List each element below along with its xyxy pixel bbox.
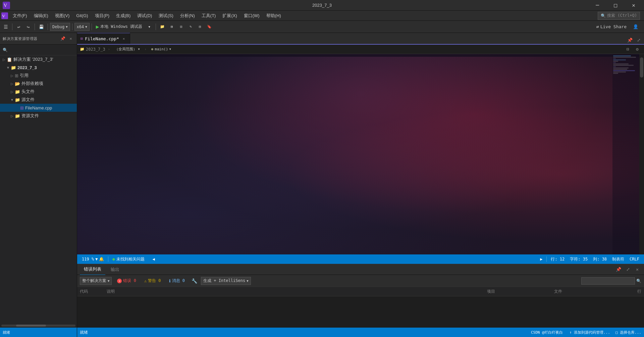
breadcrumb-function-dropdown[interactable]: ⊛ main() ▼ (149, 46, 173, 53)
sidebar-item-source-files[interactable]: ▼ 📁 源文件 (0, 96, 77, 104)
menu-item-extensions[interactable]: 扩展(X) (219, 11, 240, 20)
build-intellisense-label: 生成 + IntelliSens (203, 278, 245, 284)
sidebar-close-btn[interactable]: ✕ (67, 35, 74, 42)
panel-tab-output[interactable]: 输出 (107, 264, 123, 275)
status-scroll-right[interactable]: ▶ (538, 254, 544, 264)
status-tab-display[interactable]: 制表符 (610, 254, 626, 264)
code-lines-container[interactable] (94, 54, 644, 57)
panel-pin-btn[interactable]: 📌 (614, 266, 623, 274)
toolbar-undo-btn[interactable]: ↩ (14, 22, 23, 31)
close-button[interactable]: ✕ (626, 0, 641, 11)
sidebar-item-project[interactable]: ▼ 📁 2023_7_3 (0, 63, 77, 71)
search-box[interactable]: 🔍 搜索 (Ctrl+Q) (598, 12, 640, 20)
menu-item-help[interactable]: 帮助(H) (263, 11, 284, 20)
sidebar-search-input[interactable] (9, 48, 74, 52)
menu-item-build[interactable]: 生成(B) (113, 11, 134, 20)
run-button[interactable]: ▶ 本地 Windows 调试器 (94, 23, 145, 31)
error-badge[interactable]: ✕ 错误 0 (114, 277, 139, 284)
menu-item-window[interactable]: 窗口(W) (240, 11, 263, 20)
toolbar-save-btn[interactable]: 💾 (37, 22, 46, 31)
panel-close-btn[interactable]: ✕ (633, 266, 641, 274)
info-badge[interactable]: ℹ 消息 0 (166, 277, 187, 284)
status-col[interactable]: 列: 38 (591, 254, 609, 264)
tab-close-btn[interactable]: × (121, 36, 126, 41)
error-search-input[interactable] (581, 277, 635, 285)
menu-item-analyze[interactable]: 分析(N) (177, 11, 198, 20)
editor-tab-filename[interactable]: ⊞ FileName.cpp* × (77, 33, 130, 44)
warning-badge[interactable]: ⚠ 警告 0 (142, 277, 164, 284)
sidebar-pin-btn[interactable]: 📌 (59, 35, 66, 42)
debug-config-dropdown[interactable]: Debug ▼ (50, 23, 70, 31)
col-header-file: 文件 (554, 289, 621, 294)
resource-files-label: 资源文件 (21, 113, 39, 119)
toolbar-new-btn[interactable]: ☰ (1, 22, 10, 31)
status-line-ending[interactable]: CRLF (628, 254, 641, 264)
toolbar-btn-extra4[interactable]: ✎ (186, 22, 195, 31)
toolbar-sep-1 (12, 23, 12, 30)
menu-item-project[interactable]: 项目(P) (92, 11, 113, 20)
error-count-label: 错误 0 (123, 278, 136, 284)
scope-filter-dropdown[interactable]: 整个解决方案 ▼ (80, 277, 112, 285)
toolbar-btn-extra5[interactable]: ⊟ (196, 22, 204, 31)
status-char[interactable]: 字符: 35 (568, 254, 590, 264)
sidebar: 解决方案资源管理器 📌 ✕ 🔍 ▷ 📋 解决方案 '2023_7_3' ▼ 📁 … (0, 33, 77, 337)
run-dropdown-btn[interactable]: ▼ (145, 22, 154, 31)
toolbar-btn-extra6[interactable]: 🔖 (205, 22, 214, 31)
sidebar-search-icon: 🔍 (3, 48, 8, 52)
toolbar-redo-btn[interactable]: ↪ (24, 22, 33, 31)
live-share-label: Live Share (600, 24, 627, 29)
toolbar-btn-extra3[interactable]: ⊡ (177, 22, 185, 31)
build-intellisense-dropdown[interactable]: 生成 + IntelliSens ▼ (201, 277, 251, 285)
sidebar-item-solution[interactable]: ▷ 📋 解决方案 '2023_7_3' (0, 55, 77, 63)
references-expand-icon: ▷ (9, 74, 15, 78)
run-play-icon: ▶ (96, 23, 99, 30)
project-expand-icon: ▼ (5, 66, 11, 69)
sidebar-item-references[interactable]: ▷ ⊞ 引用 (0, 71, 77, 80)
editor-area: ⊞ FileName.cpp* × 📌 ⤢ 📁 2023_7_3 › （全局范围… (77, 33, 644, 264)
source-files-label: 源文件 (21, 97, 35, 103)
editor-settings-icon[interactable]: ⚙ (633, 45, 641, 53)
sidebar-item-filename[interactable]: ⊞ FileName.cpp (0, 104, 77, 112)
status-scroll-left[interactable]: ◀ (151, 254, 157, 264)
sidebar-scrollbar[interactable] (0, 324, 77, 328)
title-bar-center: 2023_7_3 (312, 3, 332, 8)
menu-item-debug[interactable]: 调试(D) (134, 11, 155, 20)
filter-extra-icon[interactable]: 🔧 (190, 277, 198, 285)
menu-item-git[interactable]: Git(G) (73, 12, 91, 19)
breadcrumb-arrow-2: › (145, 47, 147, 51)
toolbar-btn-extra2[interactable]: ⊞ (167, 22, 176, 31)
breadcrumb-project[interactable]: 2023_7_3 (86, 47, 105, 52)
platform-dropdown[interactable]: x64 ▼ (74, 23, 90, 31)
editor-split-icon[interactable]: ⊟ (624, 45, 632, 53)
panel-expand-btn[interactable]: ⤢ (624, 266, 632, 274)
live-share-icon: ⇄ (596, 24, 599, 29)
editor-scrollbar[interactable] (639, 54, 644, 254)
select-repo-btn[interactable]: □ 选择仓库... (615, 330, 641, 335)
toolbar-btn-extra1[interactable]: 📁 (158, 22, 167, 31)
status-no-issues[interactable]: ● 未找到相关问题 (110, 254, 146, 264)
menu-item-tools[interactable]: 工具(T) (198, 11, 219, 20)
account-btn[interactable]: 👤 (631, 22, 640, 31)
code-editor[interactable] (77, 54, 644, 57)
sidebar-item-header-files[interactable]: ▷ 📁 头文件 (0, 88, 77, 96)
menu-item-test[interactable]: 测试(S) (155, 11, 176, 20)
sidebar-item-external-deps[interactable]: ▷ 📂 外部依赖项 (0, 80, 77, 88)
tab-pin-icon[interactable]: 📌 (626, 36, 634, 44)
status-line[interactable]: 行: 12 (549, 254, 567, 264)
tab-expand-icon[interactable]: ⤢ (635, 36, 643, 44)
cpp-file-icon: ⊞ (20, 105, 24, 110)
bottom-status-ready: 就绪 (80, 330, 88, 335)
editor-scrollbar-thumb[interactable] (640, 57, 643, 78)
menu-item-edit[interactable]: 编辑(E) (31, 11, 52, 20)
panel-tab-error-list[interactable]: 错误列表 (80, 264, 105, 275)
debug-config-label: Debug (52, 25, 64, 29)
sidebar-item-resource-files[interactable]: ▷ 📁 资源文件 (0, 112, 77, 120)
live-share-button[interactable]: ⇄ Live Share (594, 23, 629, 30)
menu-item-view[interactable]: 视图(V) (52, 11, 73, 20)
minimize-button[interactable]: ─ (590, 0, 605, 11)
add-source-control-btn[interactable]: ↑ 添加到源代码管理... (570, 330, 610, 335)
status-zoom[interactable]: 119 % ▼ 🔔 (80, 254, 106, 264)
menu-item-file[interactable]: 文件(F) (9, 11, 31, 20)
maximize-button[interactable]: □ (608, 0, 623, 11)
breadcrumb-scope-dropdown[interactable]: （全局范围） ▼ (113, 46, 142, 53)
